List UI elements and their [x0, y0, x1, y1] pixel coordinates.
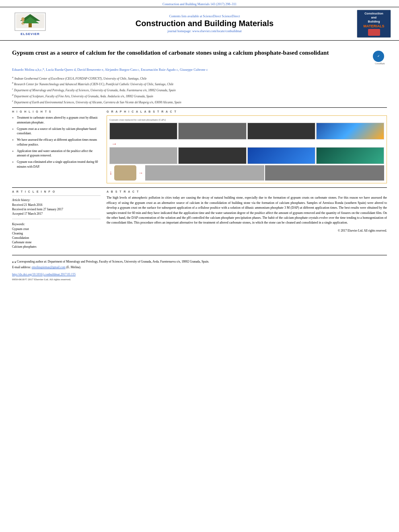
keyword-2: Cleaning	[12, 232, 101, 235]
abstract-img-5	[109, 147, 177, 164]
journal-header: ELSEVIER Contents lists available at Sci…	[0, 7, 399, 41]
author-text: Eduardo Molina a,b,c,*, Lucía Rueda-Quer…	[12, 68, 208, 72]
abstract-img-8	[316, 147, 384, 164]
article-info-header: A R T I C L E I N F O	[12, 190, 101, 193]
keyword-4: Carbonate stone	[12, 240, 101, 244]
article-info-col: A R T I C L E I N F O Article history: R…	[12, 190, 101, 249]
article-title-section: Gypsum crust as a source of calcium for …	[12, 45, 387, 67]
affiliation-d: d Department of Sculpture, Faculty of Fi…	[12, 93, 387, 99]
corresponding-author: ⁎ ⁎ Corresponding author at: Department …	[12, 259, 387, 264]
affiliation-b: b Research Center for Nanotechnology and…	[12, 81, 387, 86]
divider-middle	[12, 187, 387, 188]
logo-right-title: Construction and Building	[364, 12, 383, 23]
journal-logo-right: Construction and Building MATERIALS	[357, 10, 391, 38]
email-link[interactable]: emolinapiemas@gmail.com	[32, 265, 66, 269]
stone-sample-img	[114, 165, 136, 181]
article-title: Gypsum crust as a source of calcium for …	[12, 49, 369, 57]
abstract-bottom-img-2	[265, 165, 384, 181]
logo-right-materials: MATERIALS	[364, 24, 385, 28]
highlight-item-2: Gypsum crust as a source of calcium by c…	[17, 127, 101, 136]
authors-line: Eduardo Molina a,b,c,*, Lucía Rueda-Quer…	[12, 67, 387, 73]
article-info-abstract-section: A R T I C L E I N F O Article history: R…	[12, 190, 387, 249]
journal-homepage-url[interactable]: www.elsevier.com/locate/conbuildmat	[192, 29, 242, 33]
highlight-item-5: Gypsum was eliminated after a single app…	[17, 160, 101, 169]
abstract-col: A B S T R A C T The high levels of atmos…	[107, 190, 387, 249]
issn-section: 0950-0618/© 2017 Elsevier Ltd. All right…	[12, 277, 387, 281]
received-date: Received 21 March 2016	[12, 203, 101, 207]
keyword-3: Consolidation	[12, 236, 101, 240]
affiliations: a Andean Geothermal Center of Excellence…	[12, 75, 387, 105]
elsevier-text: ELSEVIER	[21, 32, 40, 36]
svg-point-4	[21, 17, 25, 21]
graphical-abstract-box: Gypsum crust replaced by calcium phospha…	[107, 115, 387, 183]
top-citation-text: Construction and Building Materials 143 …	[162, 2, 237, 6]
highlights-col: H I G H L I G H T S Treatment to carbona…	[12, 110, 101, 183]
abstract-header: A B S T R A C T	[107, 190, 387, 193]
copyright-text: © 2017 Elsevier Ltd. All rights reserved…	[107, 229, 387, 232]
keywords-label: Keywords:	[12, 222, 101, 226]
elsevier-logo-left: ELSEVIER	[8, 12, 52, 36]
highlight-item-1: Treatment to carbonate stones altered by…	[17, 115, 101, 125]
accepted-date: Accepted 17 March 2017	[12, 212, 101, 216]
crossmark-icon: ✓	[373, 51, 384, 62]
affiliation-a: a Andean Geothermal Center of Excellence…	[12, 75, 387, 81]
abstract-img-3	[247, 123, 315, 140]
top-citation-bar: Construction and Building Materials 143 …	[0, 0, 399, 7]
keywords-section: Keywords: Gypsum crust Cleaning Consolid…	[12, 222, 101, 249]
abstract-img-1	[109, 123, 177, 140]
affiliation-e: e Department of Earth and Environmental …	[12, 99, 387, 105]
issn-text: 0950-0618/© 2017 Elsevier Ltd. All right…	[12, 278, 71, 281]
abstract-text: The high levels of atmospheric pollution…	[107, 195, 387, 225]
highlight-item-4: Application time and water saturation of…	[17, 149, 101, 158]
doi-section: http://dx.doi.org/10.1016/j.conbuildmat.…	[12, 272, 387, 276]
footnote-section: ⁎ ⁎ Corresponding author at: Department …	[12, 255, 387, 281]
highlight-item-3: We have assessed the efficacy at differe…	[17, 138, 101, 147]
logo-right-image	[368, 29, 380, 36]
highlights-header: H I G H L I G H T S	[12, 110, 101, 113]
keyword-1: Gypsum crust	[12, 227, 101, 231]
graphical-abstract-col: G R A P H I C A L A B S T R A C T Gypsum…	[107, 110, 387, 183]
footnotes: ⁎ ⁎ Corresponding author at: Department …	[12, 259, 387, 269]
crossmark: ✓ CrossMark	[373, 51, 387, 65]
keyword-5: Calcium phosphates	[12, 245, 101, 249]
abstract-img-2	[178, 123, 246, 140]
abstract-bottom-img-1	[145, 165, 264, 181]
abstract-img-6	[178, 147, 246, 164]
svg-rect-1	[29, 23, 32, 27]
abstract-img-7	[247, 147, 315, 164]
elsevier-tree-icon	[14, 12, 46, 31]
abstract-img-4	[316, 123, 384, 140]
article-info-content: Article history: Received 21 March 2016 …	[12, 195, 101, 249]
journal-header-center: Contents lists available at ScienceDirec…	[56, 14, 353, 33]
journal-homepage: journal homepage: www.elsevier.com/locat…	[56, 29, 353, 33]
doi-link[interactable]: http://dx.doi.org/10.1016/j.conbuildmat.…	[12, 273, 76, 276]
journal-title: Construction and Building Materials	[56, 19, 353, 28]
crossmark-label: CrossMark	[373, 62, 387, 65]
graphical-abstract-header: G R A P H I C A L A B S T R A C T	[107, 110, 387, 113]
divider-after-affiliations	[12, 107, 387, 108]
page: Construction and Building Materials 143 …	[0, 0, 399, 532]
main-content: Gypsum crust as a source of calcium for …	[0, 41, 399, 285]
received-revised-date: Received in revised form 27 January 2017	[12, 207, 101, 211]
sciencedirect-text: Contents lists available at ScienceDirec…	[56, 14, 353, 18]
affiliation-c: c Department of Mineralogy and Petrology…	[12, 87, 387, 92]
email-address: E-mail address: emolinapiemas@gmail.com …	[12, 265, 387, 269]
highlights-list: Treatment to carbonate stones altered by…	[12, 115, 101, 169]
sciencedirect-link[interactable]: ScienceDirect	[222, 14, 240, 18]
graphical-abstract-title: Gypsum crust replaced by calcium phospha…	[109, 118, 384, 121]
history-label: Article history:	[12, 198, 101, 202]
highlights-graphical-section: H I G H L I G H T S Treatment to carbona…	[12, 110, 387, 183]
